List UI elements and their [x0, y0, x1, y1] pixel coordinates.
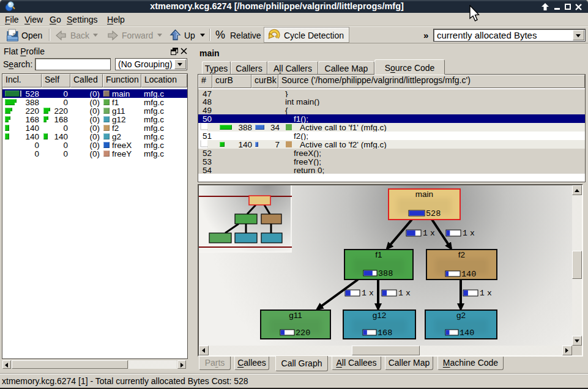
- svg-text:g11: g11: [289, 311, 302, 320]
- svg-text:main: main: [415, 190, 433, 199]
- svg-text:140: 140: [461, 270, 476, 279]
- svg-text:388: 388: [378, 269, 393, 278]
- svg-text:1: 1: [362, 289, 367, 298]
- svg-text:220: 220: [296, 328, 310, 338]
- svg-text:x: x: [430, 229, 435, 238]
- svg-text:g2: g2: [456, 311, 466, 320]
- svg-text:1: 1: [398, 289, 403, 298]
- svg-text:f1: f1: [375, 250, 382, 259]
- svg-text:f2: f2: [458, 250, 465, 259]
- svg-text:1: 1: [480, 289, 485, 298]
- svg-text:x: x: [470, 229, 475, 238]
- svg-text:140: 140: [460, 328, 474, 338]
- svg-text:1: 1: [463, 229, 467, 238]
- svg-text:x: x: [369, 289, 374, 298]
- svg-text:x: x: [487, 289, 492, 298]
- svg-text:528: 528: [426, 209, 441, 218]
- svg-text:168: 168: [378, 328, 392, 338]
- svg-text:g12: g12: [373, 311, 387, 320]
- svg-text:x: x: [406, 289, 411, 298]
- svg-text:1: 1: [423, 229, 428, 238]
